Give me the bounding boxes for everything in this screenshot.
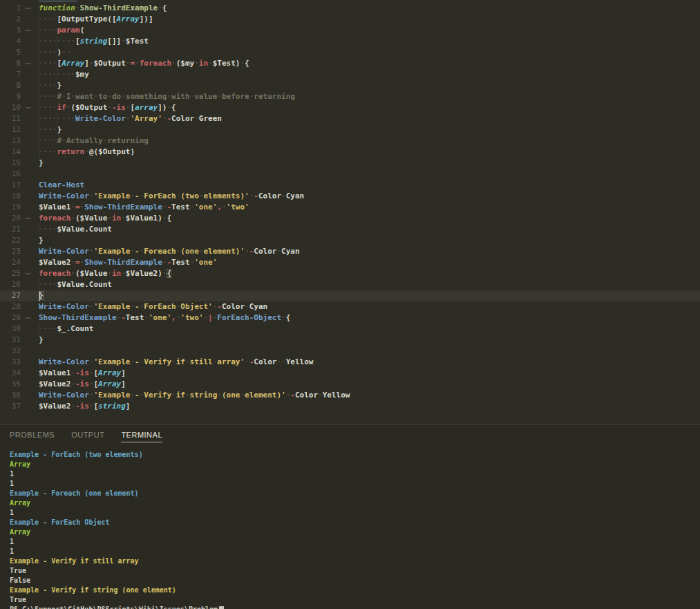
matched-bracket: { [167,269,171,278]
editor-line[interactable]: 23Write-Color·'Example·-·Foreach·(one·el… [0,246,700,257]
fold-toggle[interactable] [21,268,39,279]
terminal-line: 1 [10,547,700,556]
editor-line[interactable]: 27} [0,290,700,301]
code-text: $Value2·=·Show-ThirdExample·-Test·'one' [39,257,700,268]
fold-gutter [21,36,39,47]
tab-output[interactable]: OUTPUT [71,431,104,442]
tab-terminal[interactable]: TERMINAL [121,431,162,442]
code-text: foreach·($Value·in·$Value1)·{ [39,213,700,224]
editor-line[interactable]: 5····)·· [0,47,700,58]
line-number: 17 [0,180,21,191]
fold-toggle[interactable] [21,312,39,324]
editor-line[interactable]: 35$Value2·-is·[Array] [0,379,700,390]
line-number: 31 [0,335,21,346]
editor-line[interactable]: 37$Value2·-is·[string] [0,401,700,412]
code-editor[interactable]: 3 references 1function·Show-ThirdExample… [0,0,700,424]
editor-line[interactable]: 17Clear-Host [0,180,700,191]
code-text: Write-Color·'Example·-·ForEach·(two·elem… [39,191,700,202]
line-number: 1 [0,3,21,14]
terminal-line: Array [10,460,700,469]
editor-line[interactable]: 3····param( [0,25,700,36]
indent-guide [39,135,39,147]
vscode-window: 3 references 1function·Show-ThirdExample… [0,0,700,609]
editor-line[interactable]: 22} [0,235,700,246]
editor-line[interactable]: 26····$Value.Count [0,279,700,290]
editor-line[interactable]: 16 [0,169,700,180]
code-text: Write-Color·'Example·-·ForEach·Object'·-… [39,301,700,312]
indent-guide [39,14,39,25]
editor-line[interactable]: 11········Write-Color·'Array'·-Color·Gre… [0,113,700,124]
editor-line[interactable]: 32 [0,346,700,357]
code-text: ········[string[]]·$Test [39,36,700,47]
editor-line[interactable]: 1function·Show-ThirdExample·{ [0,3,700,14]
indent-guide [57,36,57,47]
fold-collapse-icon [26,273,31,274]
editor-line[interactable]: 10····if·($Output·-is·[array])·{ [0,102,700,113]
code-text: } [39,335,700,346]
code-text: ····)·· [39,47,700,58]
editor-line[interactable]: 4········[string[]]·$Test [0,36,700,47]
editor-line[interactable]: 13····#·Actually·returning [0,135,700,147]
editor-line[interactable]: 8····} [0,80,700,91]
fold-gutter [21,113,39,124]
editor-line[interactable]: 7········$my [0,69,700,80]
fold-gutter [21,290,39,301]
line-number: 25 [0,268,21,279]
indent-guide [39,102,39,113]
line-number: 5 [0,47,21,58]
fold-gutter [21,301,39,312]
editor-line[interactable]: 21····$Value.Count [0,224,700,235]
terminal-line: 1 [10,469,700,479]
editor-line[interactable]: 33Write-Color·'Example·-·Verify·if·still… [0,357,700,368]
panel-tab-bar: PROBLEMS OUTPUT TERMINAL [0,425,700,444]
terminal-block-cursor [219,606,224,609]
terminal-output[interactable]: Example - ForEach (two elements)Array11E… [0,444,700,609]
fold-toggle[interactable] [21,102,39,113]
code-text: Write-Color·'Example·-·Verify·if·still·a… [39,357,700,368]
tab-problems[interactable]: PROBLEMS [10,431,55,442]
editor-line[interactable]: 18Write-Color·'Example·-·ForEach·(two·el… [0,191,700,202]
editor-line[interactable]: 19$Value1·=·Show-ThirdExample·-Test·'one… [0,202,700,213]
matched-bracket: } [39,291,44,300]
editor-line[interactable]: 34$Value1·-is·[Array] [0,368,700,379]
code-text: foreach·($Value·in·$Value2)·{ [39,268,700,279]
indent-guide [39,47,39,58]
editor-line[interactable]: 31} [0,335,700,346]
editor-line[interactable]: 12····} [0,124,700,135]
terminal-line: Example - Foreach (one element) [10,489,700,498]
editor-line[interactable]: 25foreach·($Value·in·$Value2)·{ [0,268,700,279]
editor-line[interactable]: 6····[Array]·$Output·=·foreach·($my·in·$… [0,58,700,69]
fold-toggle[interactable] [21,58,39,69]
fold-gutter [21,346,39,357]
editor-line[interactable]: 2····[OutputType([Array])] [0,14,700,25]
editor-line[interactable]: 28Write-Color·'Example·-·ForEach·Object'… [0,301,700,312]
line-number: 30 [0,324,21,335]
fold-toggle[interactable] [21,3,39,14]
terminal-line: Example - Verify if still array [10,556,700,566]
fold-toggle[interactable] [21,25,39,36]
fold-gutter [21,235,39,246]
code-text: ····if·($Output·-is·[array])·{ [39,102,700,113]
editor-line[interactable]: 36Write-Color·'Example·-·Verify·if·strin… [0,390,700,401]
editor-line[interactable]: 24$Value2·=·Show-ThirdExample·-Test·'one… [0,257,700,268]
editor-line[interactable]: 29Show-ThirdExample·-Test·'one',·'two'·|… [0,312,700,324]
terminal-prompt[interactable]: PS C:\Support\GitHub\PSScripts\Wiki\Issu… [10,605,700,609]
fold-toggle[interactable] [21,213,39,224]
fold-gutter [21,169,39,180]
code-text: ····[OutputType([Array])] [39,14,700,25]
editor-line[interactable]: 14····return·@($Output) [0,147,700,158]
line-number: 36 [0,390,21,401]
fold-collapse-icon [26,317,31,319]
terminal-line: Array [10,498,700,508]
editor-line[interactable]: 20foreach·($Value·in·$Value1)·{ [0,213,700,224]
fold-gutter [21,191,39,202]
fold-gutter [21,80,39,91]
code-text: Show-ThirdExample·-Test·'one',·'two'·|·F… [39,312,700,324]
editor-line[interactable]: 9····#·I·want·to·do·something·with·value… [0,91,700,102]
line-number: 18 [0,191,21,202]
editor-line[interactable]: 30····$_.Count [0,324,700,335]
indent-guide [39,25,39,36]
fold-gutter [21,335,39,346]
editor-line[interactable]: 15} [0,158,700,169]
fold-collapse-icon [26,218,31,219]
